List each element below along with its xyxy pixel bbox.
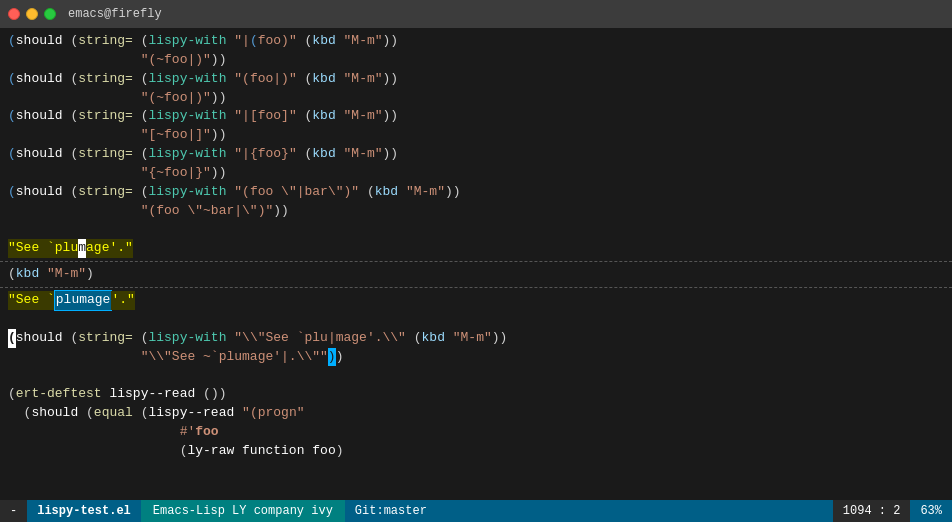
minimize-button[interactable]: [26, 8, 38, 20]
titlebar: emacs@firefly: [0, 0, 952, 28]
blank-line-2: [0, 310, 952, 329]
code-line-10: "(foo \"~bar|\")")): [0, 202, 952, 221]
code-line-3: (should (string= (lispy-with "(foo|)" (k…: [0, 70, 952, 89]
status-file: lispy-test.el: [27, 500, 141, 522]
should-line-cont: "\\"See ~`plumage'|.\\"")): [0, 348, 952, 367]
status-pct-text: 63%: [920, 504, 942, 518]
should-equal-line: (should (equal (lispy--read "(progn": [0, 404, 952, 423]
code-line-5: (should (string= (lispy-with "|[foo]" (k…: [0, 107, 952, 126]
code-line-9: (should (string= (lispy-with "(foo \"|ba…: [0, 183, 952, 202]
close-button[interactable]: [8, 8, 20, 20]
should-line-cursor: (should (string= (lispy-with "\\"See `pl…: [0, 329, 952, 348]
see-plumage-line-2: "See `plumage'.": [0, 291, 952, 310]
status-mode-text: Emacs-Lisp LY company ivy: [153, 504, 333, 518]
lyraw-line: (ly-raw function foo): [0, 442, 952, 461]
hashfoo-line: #'foo: [0, 423, 952, 442]
dashed-separator-2: [0, 287, 952, 288]
status-pos-text: 1094 : 2: [843, 504, 901, 518]
code-line-2: "(~foo|)")): [0, 51, 952, 70]
dashed-separator-1: [0, 261, 952, 262]
editor-area[interactable]: (should (string= (lispy-with "|(foo)" (k…: [0, 28, 952, 500]
maximize-button[interactable]: [44, 8, 56, 20]
status-dash-text: -: [10, 504, 17, 518]
code-line-6: "[~foo|]")): [0, 126, 952, 145]
code-line-4: "(~foo|)")): [0, 89, 952, 108]
status-percent: 63%: [910, 500, 952, 522]
code-line-8: "{~foo|}")): [0, 164, 952, 183]
code-line-7: (should (string= (lispy-with "|{foo}" (k…: [0, 145, 952, 164]
blank-line-3: [0, 366, 952, 385]
blank-line-1: [0, 220, 952, 239]
kbd-line: (kbd "M-m"): [0, 265, 952, 284]
see-plumage-line-1: "See `plumage'.": [0, 239, 952, 258]
status-dash: -: [0, 500, 27, 522]
code-line-1: (should (string= (lispy-with "|(foo)" (k…: [0, 32, 952, 51]
status-filename: lispy-test.el: [37, 504, 131, 518]
status-mode: Emacs-Lisp LY company ivy: [141, 500, 345, 522]
statusbar: - lispy-test.el Emacs-Lisp LY company iv…: [0, 500, 952, 522]
ert-deftest-line: (ert-deftest lispy--read ()): [0, 385, 952, 404]
window-title: emacs@firefly: [68, 7, 162, 21]
status-position: 1094 : 2: [833, 500, 911, 522]
status-git-text: Git:master: [355, 504, 427, 518]
status-git: Git:master: [345, 500, 437, 522]
